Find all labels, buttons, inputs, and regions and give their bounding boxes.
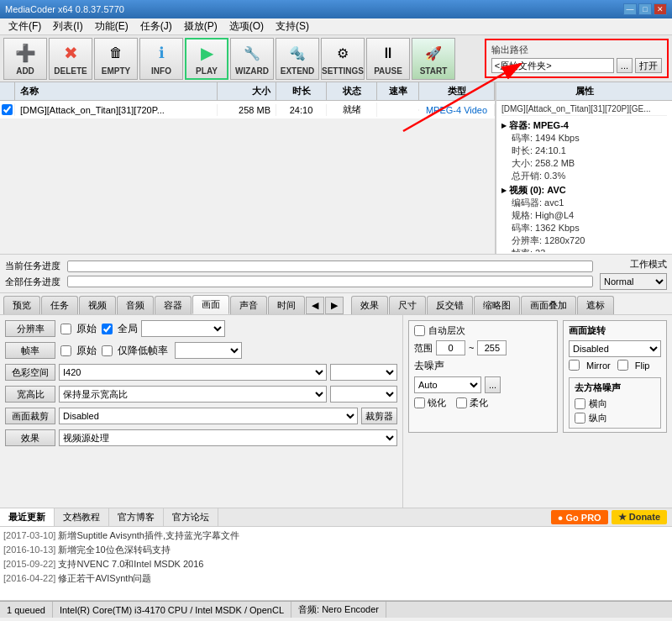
aspectratio-label-btn[interactable]: 宽高比 (5, 386, 55, 403)
tab-arrow-left[interactable]: ◀ (306, 297, 324, 314)
output-path-input[interactable] (491, 58, 614, 73)
colorspace-label-btn[interactable]: 色彩空间 (5, 364, 55, 381)
info-button[interactable]: ℹ INFO (139, 38, 183, 80)
wizard-button[interactable]: 🔧 WIZARD (230, 38, 274, 80)
menu-task[interactable]: 任务(J) (135, 18, 177, 34)
menu-support[interactable]: 支持(S) (270, 18, 314, 34)
gopro-button[interactable]: ● Go PRO (551, 510, 608, 524)
crop-tool-button[interactable]: 裁剪器 (361, 408, 397, 424)
current-progress-bar (67, 261, 593, 272)
denoise-title: 去方格噪声 (575, 382, 655, 394)
flip-checkbox[interactable] (617, 360, 628, 371)
resolution-original-label: 原始 (76, 322, 97, 336)
donate-button[interactable]: ★ Donate (612, 510, 667, 524)
browse-button[interactable]: ... (617, 58, 633, 73)
noise-settings-button[interactable]: ... (485, 376, 501, 393)
auto-levels-checkbox[interactable] (414, 325, 425, 336)
add-button[interactable]: ➕ ADD (3, 38, 47, 80)
empty-button[interactable]: 🗑 EMPTY (94, 38, 138, 80)
denoise-vertical-label: 纵向 (589, 412, 607, 424)
noise-controls: Auto ... (414, 376, 552, 393)
delete-button[interactable]: ✖ DELETE (49, 38, 92, 80)
effects-label-btn[interactable]: 效果 (5, 429, 55, 446)
aspectratio-select[interactable]: 保持显示宽高比 (59, 386, 327, 403)
start-icon: 🚀 (422, 41, 445, 65)
mirror-label: Mirror (586, 360, 611, 371)
wizard-icon: 🔧 (240, 41, 264, 65)
aspectratio-select2[interactable] (330, 386, 397, 403)
tab-time[interactable]: 时间 (268, 296, 305, 314)
tab-picture[interactable]: 画面 (192, 295, 229, 314)
tab-sound[interactable]: 声音 (230, 296, 267, 314)
sub-tab-thumbnail[interactable]: 缩略图 (474, 296, 520, 314)
soften-checkbox[interactable] (456, 397, 467, 408)
resolution-select[interactable] (141, 320, 225, 337)
open-button[interactable]: 打开 (635, 58, 662, 73)
play-button[interactable]: ▶ PLAY (185, 38, 228, 80)
mirror-checkbox[interactable] (569, 360, 580, 371)
menu-options[interactable]: 选项(O) (224, 18, 269, 34)
news-tab-updates[interactable]: 最近更新 (0, 508, 55, 526)
tab-container[interactable]: 容器 (155, 296, 192, 314)
news-tab-docs[interactable]: 文档教程 (55, 508, 109, 526)
sub-tab-deinterlace[interactable]: 反交错 (427, 296, 473, 314)
file-list-row[interactable]: [DMG][Attack_on_Titan][31][720P... 258 M… (0, 101, 495, 118)
add-icon: ➕ (13, 41, 37, 65)
news-tab-blog[interactable]: 官方博客 (109, 508, 164, 526)
range-min-input[interactable] (436, 340, 465, 355)
file-checkbox[interactable] (2, 104, 13, 115)
header-name: 名称 (15, 82, 218, 100)
news-tab-forum[interactable]: 官方论坛 (164, 508, 218, 526)
start-button[interactable]: 🚀 START (412, 38, 455, 80)
denoise-horizontal-checkbox[interactable] (575, 398, 585, 409)
progress-labels: 当前任务进度 全部任务进度 (5, 260, 60, 288)
effects-select[interactable]: 视频源处理 (59, 429, 397, 446)
news-item-2: [2016-10-13] 新增完全10位色深转码支持 (3, 543, 669, 557)
tab-preview[interactable]: 预览 (3, 296, 40, 314)
noise-section: 去噪声 (414, 359, 552, 373)
rotation-title: 画面旋转 (569, 324, 661, 337)
extend-button[interactable]: 🔩 EXTEND (276, 38, 319, 80)
resolution-original-checkbox[interactable] (60, 324, 71, 334)
colorspace-select[interactable]: I420 (59, 364, 327, 381)
maximize-button[interactable]: □ (638, 3, 652, 15)
sharpen-row: 锐化 柔化 (414, 397, 552, 409)
sub-tab-effects[interactable]: 效果 (351, 296, 388, 314)
crop-label-btn[interactable]: 画面裁剪 (5, 408, 55, 424)
minimize-button[interactable]: — (623, 3, 637, 15)
sub-tab-overlay[interactable]: 画面叠加 (521, 296, 576, 314)
work-mode-area: 工作模式 Normal High Low Realtime (600, 258, 667, 290)
empty-icon: 🗑 (104, 41, 128, 65)
tab-video[interactable]: 视频 (79, 296, 116, 314)
framerate-select[interactable] (175, 342, 242, 359)
rotation-select[interactable]: Disabled 90°CW 90°CCW 180° (569, 340, 661, 357)
close-button[interactable]: ✕ (654, 3, 667, 15)
framerate-original-checkbox[interactable] (60, 345, 71, 356)
menu-file[interactable]: 文件(F) (3, 18, 46, 34)
tab-audio[interactable]: 音频 (117, 296, 154, 314)
denoise-vertical-checkbox[interactable] (575, 413, 585, 424)
crop-select[interactable]: Disabled (59, 408, 358, 424)
resolution-label-btn[interactable]: 分辨率 (5, 320, 55, 337)
sub-tab-mask[interactable]: 遮标 (577, 296, 614, 314)
reduce-fps-checkbox[interactable] (102, 345, 113, 356)
panel-left: 分辨率 原始 全局 帧率 原始 仅降低帧率 (0, 315, 403, 508)
sub-tab-size[interactable]: 尺寸 (389, 296, 426, 314)
sharpen-checkbox[interactable] (414, 397, 425, 408)
global-label: 全局 (118, 322, 138, 336)
tab-arrow-right[interactable]: ▶ (325, 297, 344, 314)
framerate-label-btn[interactable]: 帧率 (5, 342, 55, 359)
news-date-3: [2015-09-22] (3, 559, 55, 569)
pause-button[interactable]: ⏸ PAUSE (366, 38, 410, 80)
settings-button[interactable]: ⚙ SETTINGS (321, 38, 365, 80)
colorspace-select2[interactable] (330, 364, 397, 381)
menu-playback[interactable]: 摄放(P) (179, 18, 223, 34)
menu-function[interactable]: 功能(E) (90, 18, 134, 34)
range-max-input[interactable] (477, 340, 507, 355)
menu-list[interactable]: 列表(I) (48, 18, 87, 34)
work-mode-select[interactable]: Normal High Low Realtime (600, 273, 667, 290)
noise-select[interactable]: Auto (414, 376, 481, 393)
global-checkbox[interactable] (102, 324, 113, 334)
tab-task[interactable]: 任务 (41, 296, 78, 314)
start-label: START (420, 66, 448, 76)
